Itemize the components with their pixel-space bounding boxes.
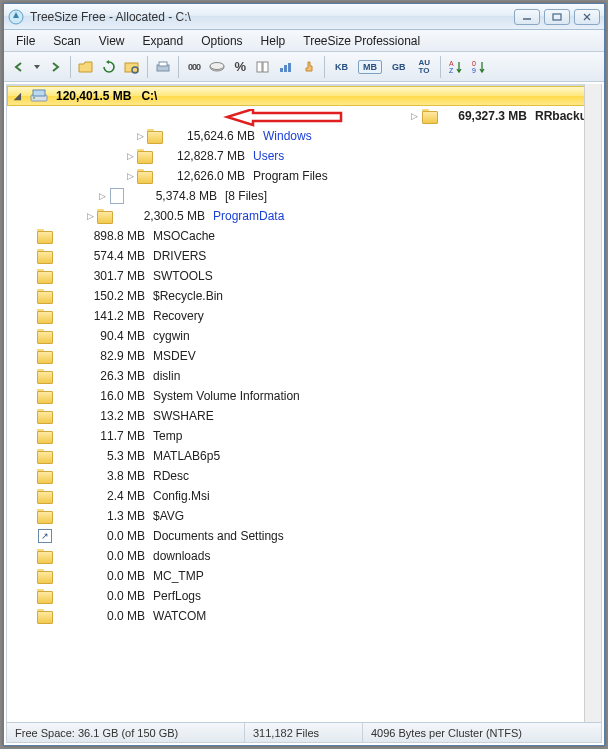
back-dropdown[interactable]	[31, 56, 43, 78]
tree-row[interactable]: ▷150.2 MB$Recycle.Bin	[7, 286, 601, 306]
menu-view[interactable]: View	[91, 32, 133, 50]
explorer-button[interactable]	[121, 56, 143, 78]
row-name: [8 Files]	[223, 189, 267, 203]
row-name: Recovery	[151, 309, 204, 323]
tree-row[interactable]: ▷0.0 MBPerfLogs	[7, 586, 601, 606]
svg-text:0: 0	[472, 60, 476, 67]
row-size: 82.9 MB	[55, 349, 151, 363]
expand-icon: ▷	[25, 431, 35, 441]
close-button[interactable]	[574, 9, 600, 25]
collapse-icon[interactable]: ◢	[12, 91, 22, 101]
row-size: 12,828.7 MB	[155, 149, 251, 163]
tree-row[interactable]: ▷2,300.5 MBProgramData	[7, 206, 601, 226]
expand-icon[interactable]: ▷	[125, 151, 135, 161]
percent-mode-button[interactable]: %	[229, 56, 251, 78]
titlebar[interactable]: TreeSize Free - Allocated - C:\	[4, 4, 604, 30]
expand-icon[interactable]: ▷	[135, 131, 145, 141]
expand-icon: ▷	[25, 531, 35, 541]
tree-row[interactable]: ▷141.2 MBRecovery	[7, 306, 601, 326]
tree-view[interactable]: ◢ 120,401.5 MB C:\ ▷69,327.3 MBRRbackups…	[7, 84, 601, 722]
expand-icon: ▷	[25, 571, 35, 581]
tree-row[interactable]: ▷3.8 MBRDesc	[7, 466, 601, 486]
sort-09-button[interactable]: 09	[468, 56, 490, 78]
statusbar: Free Space: 36.1 GB (of 150 GB) 311,182 …	[7, 722, 601, 742]
touch-button[interactable]	[298, 56, 320, 78]
chart-button[interactable]	[275, 56, 297, 78]
print-button[interactable]	[152, 56, 174, 78]
tree-row[interactable]: ▷69,327.3 MBRRbackups	[7, 106, 601, 126]
unit-kb-button[interactable]: KB	[329, 56, 354, 78]
tree-row[interactable]: ▷5.3 MBMATLAB6p5	[7, 446, 601, 466]
expand-icon[interactable]: ▷	[97, 191, 107, 201]
root-size: 120,401.5 MB	[56, 89, 131, 103]
menu-help[interactable]: Help	[253, 32, 294, 50]
svg-rect-11	[257, 62, 262, 72]
expand-icon: ▷	[25, 511, 35, 521]
expand-icon: ▷	[25, 271, 35, 281]
sort-az-button[interactable]: AZ	[445, 56, 467, 78]
tree-row[interactable]: ▷574.4 MBDRIVERS	[7, 246, 601, 266]
row-size: 0.0 MB	[55, 569, 151, 583]
allocated-mode-button[interactable]	[206, 56, 228, 78]
row-size: 0.0 MB	[55, 529, 151, 543]
row-size: 26.3 MB	[55, 369, 151, 383]
tree-row[interactable]: ▷0.0 MBdownloads	[7, 546, 601, 566]
tree-row[interactable]: ▷1.3 MB$AVG	[7, 506, 601, 526]
tree-row[interactable]: ▷82.9 MBMSDEV	[7, 346, 601, 366]
tree-row[interactable]: ▷90.4 MBcygwin	[7, 326, 601, 346]
menu-file[interactable]: File	[8, 32, 43, 50]
root-drive-row[interactable]: ◢ 120,401.5 MB C:\	[7, 86, 601, 106]
tree-row[interactable]: ▷11.7 MBTemp	[7, 426, 601, 446]
unit-mb-button[interactable]: MB	[355, 56, 385, 78]
menu-scan[interactable]: Scan	[45, 32, 88, 50]
folder-icon	[37, 289, 53, 303]
tree-row[interactable]: ▷12,828.7 MBUsers	[7, 146, 601, 166]
row-name: SWTOOLS	[151, 269, 213, 283]
expand-icon: ▷	[25, 451, 35, 461]
tree-row[interactable]: ▷898.8 MBMSOCache	[7, 226, 601, 246]
expand-icon: ▷	[25, 231, 35, 241]
unit-auto-button[interactable]: AU TO	[413, 56, 437, 78]
menu-expand[interactable]: Expand	[135, 32, 192, 50]
row-name: downloads	[151, 549, 210, 563]
expand-icon: ▷	[25, 251, 35, 261]
back-button[interactable]	[8, 56, 30, 78]
tree-row[interactable]: ▷26.3 MBdislin	[7, 366, 601, 386]
tree-row[interactable]: ▷16.0 MBSystem Volume Information	[7, 386, 601, 406]
tree-row[interactable]: ▷301.7 MBSWTOOLS	[7, 266, 601, 286]
menu-treesize-pro[interactable]: TreeSize Professional	[295, 32, 428, 50]
folder-icon	[37, 569, 53, 583]
expand-icon: ▷	[25, 331, 35, 341]
folder-icon	[37, 509, 53, 523]
tree-row[interactable]: ▷0.0 MBWATCOM	[7, 606, 601, 626]
menu-options[interactable]: Options	[193, 32, 250, 50]
svg-rect-12	[263, 62, 268, 72]
folder-icon	[37, 249, 53, 263]
maximize-button[interactable]	[544, 9, 570, 25]
minimize-button[interactable]	[514, 9, 540, 25]
tree-row[interactable]: ▷0.0 MBMC_TMP	[7, 566, 601, 586]
tree-row[interactable]: ▷12,626.0 MBProgram Files	[7, 166, 601, 186]
tree-row[interactable]: ▷5,374.8 MB[8 Files]	[7, 186, 601, 206]
tree-row[interactable]: ▷↗0.0 MBDocuments and Settings	[7, 526, 601, 546]
tree-row[interactable]: ▷13.2 MBSWSHARE	[7, 406, 601, 426]
row-name: MATLAB6p5	[151, 449, 220, 463]
refresh-button[interactable]	[98, 56, 120, 78]
expand-icon[interactable]: ▷	[410, 111, 420, 121]
row-name: System Volume Information	[151, 389, 300, 403]
size-mode-button[interactable]: 000	[183, 56, 205, 78]
expand-icon[interactable]: ▷	[125, 171, 135, 181]
status-cluster: 4096 Bytes per Cluster (NTFS)	[363, 723, 601, 742]
filecount-button[interactable]	[252, 56, 274, 78]
tree-row[interactable]: ▷15,624.6 MBWindows	[7, 126, 601, 146]
expand-icon: ▷	[25, 551, 35, 561]
svg-text:9: 9	[472, 67, 476, 74]
expand-icon: ▷	[25, 311, 35, 321]
forward-button[interactable]	[44, 56, 66, 78]
status-file-count: 311,182 Files	[245, 723, 363, 742]
expand-icon[interactable]: ▷	[85, 211, 95, 221]
scrollbar[interactable]	[584, 84, 601, 722]
tree-row[interactable]: ▷2.4 MBConfig.Msi	[7, 486, 601, 506]
open-folder-button[interactable]	[75, 56, 97, 78]
unit-gb-button[interactable]: GB	[386, 56, 412, 78]
